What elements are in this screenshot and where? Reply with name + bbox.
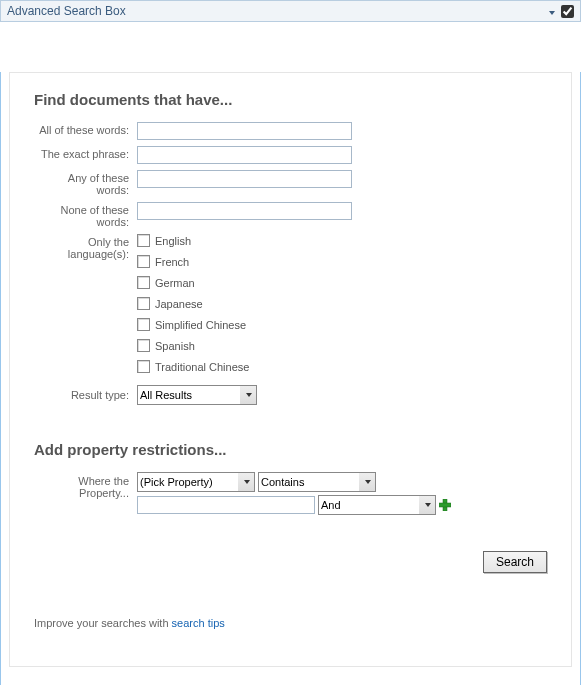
all-words-input[interactable] — [137, 122, 352, 140]
window-title: Advanced Search Box — [7, 4, 126, 18]
label-result-type: Result type: — [34, 385, 137, 401]
add-restriction-icon[interactable] — [439, 499, 451, 511]
language-option-simplified-chinese[interactable]: Simplified Chinese — [137, 318, 249, 331]
language-checkbox-group: English French German Japanese — [137, 234, 249, 373]
none-words-input[interactable] — [137, 202, 352, 220]
search-panel: Find documents that have... All of these… — [9, 72, 572, 667]
search-button[interactable]: Search — [483, 551, 547, 573]
any-words-input[interactable] — [137, 170, 352, 188]
checkbox-icon[interactable] — [137, 360, 150, 373]
language-option-spanish[interactable]: Spanish — [137, 339, 249, 352]
language-option-japanese[interactable]: Japanese — [137, 297, 249, 310]
label-all-words: All of these words: — [34, 122, 137, 136]
result-type-select[interactable]: All Results — [137, 385, 257, 405]
language-label: Traditional Chinese — [155, 361, 249, 373]
language-label: German — [155, 277, 195, 289]
language-label: French — [155, 256, 189, 268]
language-option-french[interactable]: French — [137, 255, 249, 268]
operator-select[interactable]: Contains — [258, 472, 376, 492]
exact-phrase-input[interactable] — [137, 146, 352, 164]
checkbox-icon[interactable] — [137, 297, 150, 310]
language-label: Simplified Chinese — [155, 319, 246, 331]
section-heading-find: Find documents that have... — [34, 91, 547, 108]
language-label: Spanish — [155, 340, 195, 352]
label-languages: Only the language(s): — [34, 234, 137, 260]
label-none-words: None of these words: — [34, 202, 137, 228]
checkbox-icon[interactable] — [137, 339, 150, 352]
titlebar-dropdown-icon[interactable] — [549, 4, 555, 18]
language-label: Japanese — [155, 298, 203, 310]
logic-select[interactable]: And — [318, 495, 436, 515]
window-titlebar: Advanced Search Box — [0, 0, 581, 22]
checkbox-icon[interactable] — [137, 255, 150, 268]
titlebar-checkbox[interactable] — [561, 5, 574, 18]
webpart-body: Find documents that have... All of these… — [0, 72, 581, 685]
language-label: English — [155, 235, 191, 247]
search-tips-link[interactable]: search tips — [172, 617, 225, 629]
label-exact-phrase: The exact phrase: — [34, 146, 137, 160]
checkbox-icon[interactable] — [137, 318, 150, 331]
property-select[interactable]: (Pick Property) — [137, 472, 255, 492]
label-any-words: Any of these words: — [34, 170, 137, 196]
label-where-property: Where the Property... — [34, 472, 137, 499]
checkbox-icon[interactable] — [137, 234, 150, 247]
checkbox-icon[interactable] — [137, 276, 150, 289]
language-option-german[interactable]: German — [137, 276, 249, 289]
svg-rect-1 — [439, 503, 451, 507]
language-option-english[interactable]: English — [137, 234, 249, 247]
property-value-input[interactable] — [137, 496, 315, 514]
language-option-traditional-chinese[interactable]: Traditional Chinese — [137, 360, 249, 373]
tips-prefix: Improve your searches with — [34, 617, 172, 629]
search-tips-row: Improve your searches with search tips — [34, 617, 547, 629]
section-heading-restrictions: Add property restrictions... — [34, 441, 547, 458]
